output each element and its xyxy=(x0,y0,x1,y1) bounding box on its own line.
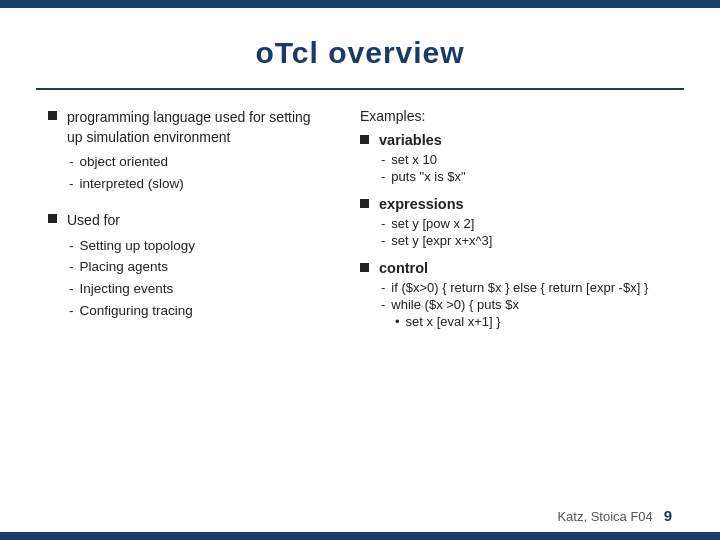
left-sub-item-1: - object oriented xyxy=(69,153,328,172)
right-bullet-variables: variables - set x 10 - puts "x is $x" xyxy=(360,132,672,186)
right-bullet-expressions-content: expressions - set y [pow x 2] - set y [e… xyxy=(379,196,492,250)
dash-e2: - xyxy=(381,233,385,248)
left-bullet-2-text: Used for - Setting up topology - Placing… xyxy=(67,211,195,324)
bullet-dot-icon: • xyxy=(395,314,400,329)
left-sub-item-5: - Injecting events xyxy=(69,280,195,299)
control-sub-2: - while ($x >0) { puts $x xyxy=(381,297,648,312)
dash-icon-3: - xyxy=(69,237,74,256)
divider xyxy=(36,88,684,90)
bottom-bar xyxy=(0,532,720,540)
dash-v2: - xyxy=(381,169,385,184)
dash-c1: - xyxy=(381,280,385,295)
left-bullet-1-text: programming language used for setting up… xyxy=(67,108,328,197)
variables-sub-1: - set x 10 xyxy=(381,152,466,167)
slide: oTcl overview programming language used … xyxy=(0,0,720,540)
control-sub-1: - if ($x>0) { return $x } else { return … xyxy=(381,280,648,295)
dash-icon-2: - xyxy=(69,175,74,194)
right-square-variables xyxy=(360,135,369,144)
bullet-square-2 xyxy=(48,214,57,223)
left-bullet-1-sublist: - object oriented - interpreted (slow) xyxy=(69,153,328,194)
left-sub-item-2: - interpreted (slow) xyxy=(69,175,328,194)
expressions-sub-1: - set y [pow x 2] xyxy=(381,216,492,231)
dash-c2: - xyxy=(381,297,385,312)
right-square-expressions xyxy=(360,199,369,208)
footer: Katz, Stoica F04 9 xyxy=(557,507,672,524)
right-square-control xyxy=(360,263,369,272)
right-bullet-variables-content: variables - set x 10 - puts "x is $x" xyxy=(379,132,466,186)
slide-title: oTcl overview xyxy=(255,36,464,69)
dash-icon-5: - xyxy=(69,280,74,299)
dash-icon-4: - xyxy=(69,258,74,277)
left-column: programming language used for setting up… xyxy=(48,108,328,341)
examples-label: Examples: xyxy=(360,108,672,124)
control-nested-1: • set x [eval x+1] } xyxy=(395,314,648,329)
dash-icon-1: - xyxy=(69,153,74,172)
left-bullet-2-sublist: - Setting up topology - Placing agents -… xyxy=(69,237,195,322)
dash-e1: - xyxy=(381,216,385,231)
expressions-sub-2: - set y [expr x+x^3] xyxy=(381,233,492,248)
right-bullet-expressions: expressions - set y [pow x 2] - set y [e… xyxy=(360,196,672,250)
control-nested-sublist: • set x [eval x+1] } xyxy=(395,314,648,329)
left-bullet-1: programming language used for setting up… xyxy=(48,108,328,197)
variables-sub-2: - puts "x is $x" xyxy=(381,169,466,184)
left-sub-item-6: - Configuring tracing xyxy=(69,302,195,321)
right-bullet-control-content: control - if ($x>0) { return $x } else {… xyxy=(379,260,648,331)
variables-sublist: - set x 10 - puts "x is $x" xyxy=(381,152,466,184)
title-section: oTcl overview xyxy=(0,8,720,88)
dash-icon-6: - xyxy=(69,302,74,321)
bullet-square-1 xyxy=(48,111,57,120)
expressions-sublist: - set y [pow x 2] - set y [expr x+x^3] xyxy=(381,216,492,248)
content-area: programming language used for setting up… xyxy=(0,108,720,341)
right-column: Examples: variables - set x 10 - puts "x… xyxy=(360,108,672,341)
left-sub-item-3: - Setting up topology xyxy=(69,237,195,256)
page-number: 9 xyxy=(664,507,672,524)
dash-v1: - xyxy=(381,152,385,167)
right-bullet-control: control - if ($x>0) { return $x } else {… xyxy=(360,260,672,331)
left-bullet-2: Used for - Setting up topology - Placing… xyxy=(48,211,328,324)
left-sub-item-4: - Placing agents xyxy=(69,258,195,277)
control-sublist: - if ($x>0) { return $x } else { return … xyxy=(381,280,648,329)
top-bar xyxy=(0,0,720,8)
